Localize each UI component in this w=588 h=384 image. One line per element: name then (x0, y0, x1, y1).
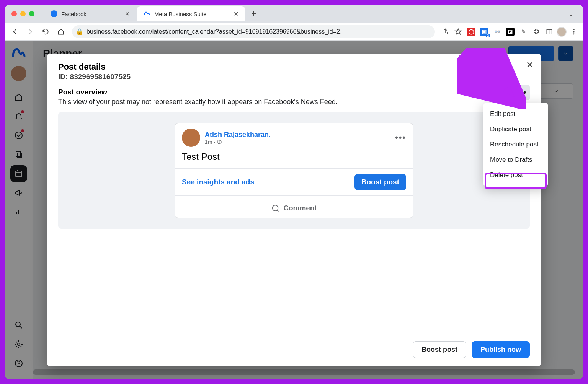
ellipsis-icon: ••• (395, 133, 406, 142)
post-preview-area: Atish Rajasekharan. 1m · ••• Test Post S… (58, 112, 530, 229)
extensions-icon[interactable] (531, 25, 542, 38)
new-tab-button[interactable]: + (248, 8, 259, 19)
tab-label: Facebook (61, 11, 87, 17)
browser-toolbar: 🔒 business.facebook.com/latest/content_c… (5, 23, 583, 41)
meta-icon (144, 10, 150, 17)
titlebar: f Facebook ✕ Meta Business Suite ✕ + ⌄ (5, 5, 583, 23)
close-tab-icon[interactable]: ✕ (125, 10, 130, 18)
minimize-window-icon[interactable] (20, 11, 26, 16)
address-bar[interactable]: 🔒 business.facebook.com/latest/content_c… (72, 25, 435, 38)
bookmark-icon[interactable] (452, 25, 464, 38)
share-icon[interactable] (439, 25, 451, 38)
modal-title: Post details (58, 62, 530, 72)
comment-button[interactable]: Comment (175, 199, 413, 218)
comment-icon (271, 204, 279, 212)
post-card: Atish Rajasekharan. 1m · ••• Test Post S… (175, 123, 413, 218)
tab-label: Meta Business Suite (154, 11, 207, 17)
sidepanel-icon[interactable] (544, 25, 555, 38)
see-insights-link[interactable]: See insights and ads (182, 178, 254, 186)
ellipsis-icon: ••• (516, 88, 527, 98)
home-button[interactable] (54, 25, 67, 38)
overview-title: Post overview (58, 88, 338, 96)
ext-devtools-icon[interactable]: ▣2 (479, 25, 490, 38)
tabs-menu-icon[interactable]: ⌄ (568, 10, 573, 18)
post-timestamp[interactable]: 1m (205, 139, 212, 145)
author-avatar[interactable] (182, 129, 200, 147)
svg-point-3 (573, 31, 574, 32)
forward-button[interactable] (24, 25, 37, 38)
overview-desc: This view of your post may not represent… (58, 98, 338, 106)
ext-ublock-icon[interactable]: ◯ (466, 25, 477, 38)
footer-publish-button[interactable]: Publish now (472, 341, 530, 358)
menu-move-to-drafts[interactable]: Move to Drafts (483, 152, 548, 168)
footer-boost-button[interactable]: Boost post (413, 341, 466, 358)
post-details-modal: ✕ Post details ID: 832969581607525 Post … (47, 54, 541, 366)
menu-duplicate-post[interactable]: Duplicate post (483, 122, 548, 137)
ext-glasses-icon[interactable]: 👓 (492, 25, 503, 38)
author-name-link[interactable]: Atish Rajasekharan. (205, 131, 271, 139)
chrome-menu-icon[interactable] (568, 25, 580, 38)
browser-tab-meta-suite[interactable]: Meta Business Suite ✕ (137, 6, 245, 21)
url-text: business.facebook.com/latest/content_cal… (87, 28, 431, 35)
svg-rect-0 (547, 29, 552, 34)
profile-avatar[interactable] (557, 27, 567, 37)
close-window-icon[interactable] (11, 11, 17, 16)
close-modal-button[interactable]: ✕ (526, 60, 534, 70)
window-controls (11, 11, 34, 16)
post-options-menu: Edit post Duplicate post Reschedule post… (483, 103, 548, 187)
menu-reschedule-post[interactable]: Reschedule post (483, 137, 548, 152)
ext-brush-icon[interactable]: ✎ (518, 25, 529, 38)
svg-point-4 (573, 33, 574, 34)
back-button[interactable] (8, 25, 21, 38)
reload-button[interactable] (39, 25, 52, 38)
maximize-window-icon[interactable] (29, 11, 34, 16)
menu-edit-post[interactable]: Edit post (483, 106, 548, 122)
svg-point-2 (573, 29, 574, 30)
menu-delete-post[interactable]: Delete post (483, 168, 548, 183)
ext-dark-icon[interactable]: ◪ (505, 25, 516, 38)
facebook-icon: f (51, 10, 57, 17)
post-id-label: ID: 832969581607525 (58, 73, 530, 81)
browser-tab-facebook[interactable]: f Facebook ✕ (44, 6, 137, 21)
post-card-menu-button[interactable]: ••• (395, 133, 406, 143)
boost-post-button[interactable]: Boost post (354, 174, 406, 190)
close-tab-icon[interactable]: ✕ (234, 10, 238, 18)
lock-icon: 🔒 (76, 28, 83, 35)
post-body-text: Test Post (175, 149, 413, 168)
post-options-button[interactable]: ••• (513, 85, 530, 100)
globe-icon[interactable] (217, 139, 222, 145)
